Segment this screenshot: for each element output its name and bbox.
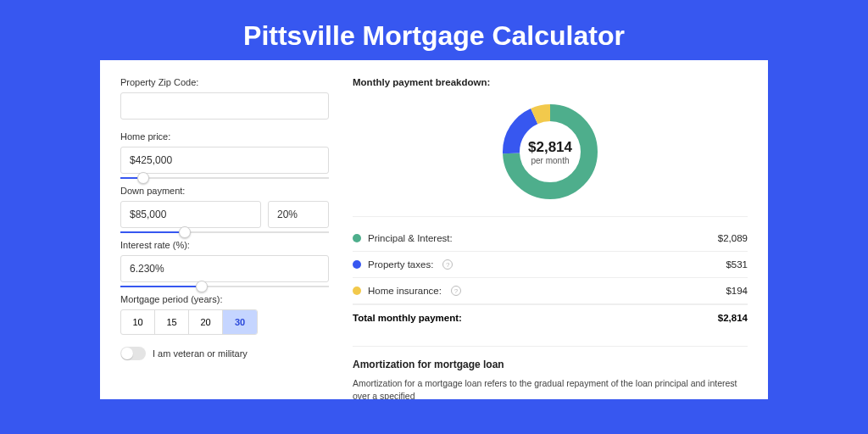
period-label: Mortgage period (years): bbox=[120, 294, 329, 304]
down-slider[interactable] bbox=[120, 231, 329, 233]
line-taxes-label: Property taxes: bbox=[368, 259, 433, 270]
zip-group: Property Zip Code: bbox=[120, 77, 329, 120]
total-line: Total monthly payment: $2,814 bbox=[353, 304, 748, 331]
donut-wrap: $2,814 per month bbox=[353, 96, 748, 216]
total-label: Total monthly payment: bbox=[353, 313, 462, 323]
zip-label: Property Zip Code: bbox=[120, 77, 329, 87]
total-value: $2,814 bbox=[718, 313, 748, 323]
line-insurance: Home insurance:? $194 bbox=[353, 278, 748, 304]
amortization-section: Amortization for mortgage loan Amortizat… bbox=[353, 346, 748, 399]
price-slider[interactable] bbox=[120, 177, 329, 179]
rate-input[interactable] bbox=[120, 255, 329, 282]
amortization-text: Amortization for a mortgage loan refers … bbox=[353, 377, 748, 399]
line-insurance-label: Home insurance: bbox=[368, 286, 442, 296]
down-label: Down payment: bbox=[120, 186, 329, 196]
line-principal-value: $2,089 bbox=[718, 233, 748, 243]
veteran-toggle[interactable] bbox=[120, 347, 146, 360]
period-group: Mortgage period (years): 10 15 20 30 bbox=[120, 294, 329, 335]
results-panel: Monthly payment breakdown: $2,814 per mo… bbox=[353, 77, 748, 399]
donut-amount: $2,814 bbox=[528, 139, 572, 156]
down-group: Down payment: bbox=[120, 186, 329, 228]
amortization-heading: Amortization for mortgage loan bbox=[353, 359, 748, 370]
calculator-card: Property Zip Code: Home price: Down paym… bbox=[100, 60, 768, 399]
rate-label: Interest rate (%): bbox=[120, 240, 329, 250]
inputs-panel: Property Zip Code: Home price: Down paym… bbox=[120, 77, 329, 399]
line-taxes: Property taxes:? $531 bbox=[353, 252, 748, 278]
donut-chart: $2,814 per month bbox=[499, 101, 601, 203]
period-30[interactable]: 30 bbox=[223, 310, 257, 334]
info-icon[interactable]: ? bbox=[451, 286, 461, 296]
price-input[interactable] bbox=[120, 147, 329, 174]
donut-center: $2,814 per month bbox=[499, 101, 601, 203]
info-icon[interactable]: ? bbox=[442, 259, 453, 270]
down-pct-input[interactable] bbox=[268, 201, 329, 228]
rate-slider[interactable] bbox=[120, 286, 329, 287]
veteran-row: I am veteran or military bbox=[120, 347, 329, 360]
dot-insurance bbox=[353, 287, 361, 295]
breakdown-heading: Monthly payment breakdown: bbox=[353, 77, 748, 87]
line-principal: Principal & Interest: $2,089 bbox=[353, 225, 748, 252]
donut-sub: per month bbox=[531, 156, 569, 165]
dot-principal bbox=[353, 234, 361, 242]
page-title: Pittsville Mortgage Calculator bbox=[0, 0, 868, 60]
line-principal-label: Principal & Interest: bbox=[368, 233, 453, 243]
veteran-label: I am veteran or military bbox=[153, 348, 248, 359]
dot-taxes bbox=[353, 260, 361, 269]
line-insurance-value: $194 bbox=[726, 286, 748, 296]
period-10[interactable]: 10 bbox=[121, 310, 155, 334]
zip-input[interactable] bbox=[120, 92, 329, 120]
card-accent: Property Zip Code: Home price: Down paym… bbox=[100, 60, 768, 399]
breakdown-list: Principal & Interest: $2,089 Property ta… bbox=[353, 216, 748, 331]
rate-group: Interest rate (%): bbox=[120, 240, 329, 282]
price-group: Home price: bbox=[120, 131, 329, 174]
period-options: 10 15 20 30 bbox=[120, 309, 258, 335]
down-amount-input[interactable] bbox=[120, 201, 261, 228]
line-taxes-value: $531 bbox=[726, 259, 748, 270]
period-15[interactable]: 15 bbox=[155, 310, 189, 334]
price-label: Home price: bbox=[120, 131, 329, 142]
period-20[interactable]: 20 bbox=[189, 310, 223, 334]
